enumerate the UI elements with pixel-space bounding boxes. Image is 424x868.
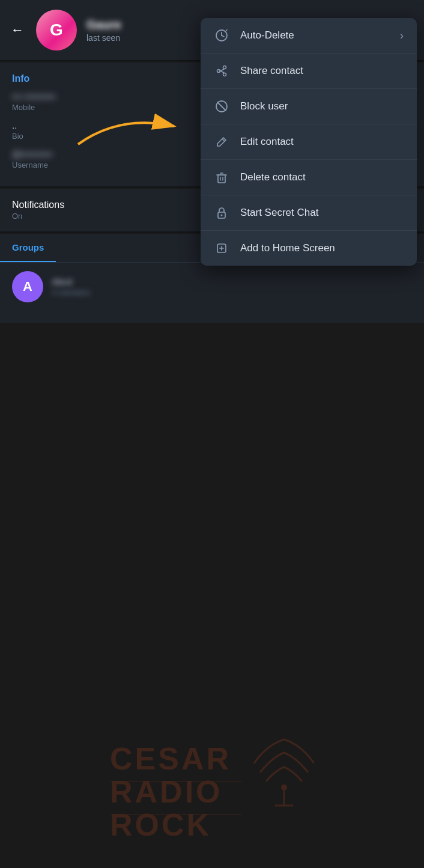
- notifications-info: Notifications On: [12, 200, 64, 221]
- edit-icon: [214, 134, 229, 150]
- group-meta: 3 members: [52, 288, 91, 297]
- svg-line-7: [217, 102, 226, 111]
- menu-label-block-user: Block user: [240, 100, 404, 112]
- svg-text:CESAR: CESAR: [110, 741, 231, 776]
- menu-item-edit-contact[interactable]: Edit contact: [201, 124, 417, 159]
- auto-delete-icon: [214, 28, 229, 43]
- profile-header: ← G Gaure last seen Auto-Delete ›: [0, 0, 424, 60]
- svg-point-4: [223, 73, 226, 76]
- svg-point-3: [223, 66, 226, 69]
- svg-rect-9: [218, 175, 225, 183]
- group-avatar: A: [12, 271, 43, 302]
- menu-label-share-contact: Share contact: [240, 65, 404, 77]
- svg-point-19: [281, 784, 287, 790]
- group-list-item[interactable]: A Abcd 3 members: [0, 263, 424, 311]
- menu-label-add-home-screen: Add to Home Screen: [240, 242, 404, 254]
- add-home-icon: [214, 240, 229, 256]
- delete-icon: [214, 170, 229, 185]
- back-button[interactable]: ←: [11, 22, 24, 38]
- context-menu: Auto-Delete › Share contact: [201, 18, 417, 266]
- menu-item-share-contact[interactable]: Share contact: [201, 53, 417, 88]
- svg-text:RADIO: RADIO: [110, 774, 223, 809]
- block-icon: [214, 99, 229, 114]
- svg-line-2: [222, 35, 224, 37]
- menu-label-delete-contact: Delete contact: [240, 171, 404, 183]
- menu-label-auto-delete: Auto-Delete: [240, 29, 389, 41]
- svg-point-5: [217, 70, 220, 73]
- watermark: CESAR RADIO ROCK: [110, 733, 314, 844]
- svg-text:ROCK: ROCK: [110, 807, 211, 842]
- menu-item-block-user[interactable]: Block user: [201, 88, 417, 124]
- menu-item-add-home-screen[interactable]: Add to Home Screen: [201, 230, 417, 266]
- menu-item-auto-delete[interactable]: Auto-Delete ›: [201, 18, 417, 53]
- menu-label-start-secret-chat: Start Secret Chat: [240, 207, 404, 219]
- notifications-title: Notifications: [12, 200, 64, 210]
- group-name: Abcd: [52, 277, 91, 287]
- lock-icon: [214, 205, 229, 221]
- profile-info: Gaure last seen: [86, 18, 121, 43]
- chevron-right-icon: ›: [400, 29, 404, 42]
- menu-label-edit-contact: Edit contact: [240, 136, 404, 148]
- group-info: Abcd 3 members: [52, 277, 91, 297]
- svg-point-14: [221, 215, 223, 216]
- profile-name: Gaure: [86, 18, 121, 32]
- menu-item-start-secret-chat[interactable]: Start Secret Chat: [201, 195, 417, 230]
- menu-item-delete-contact[interactable]: Delete contact: [201, 159, 417, 195]
- share-icon: [214, 63, 229, 79]
- avatar: G: [36, 10, 77, 50]
- tab-groups[interactable]: Groups: [0, 234, 56, 262]
- notifications-status: On: [12, 212, 64, 221]
- profile-status: last seen: [86, 33, 121, 43]
